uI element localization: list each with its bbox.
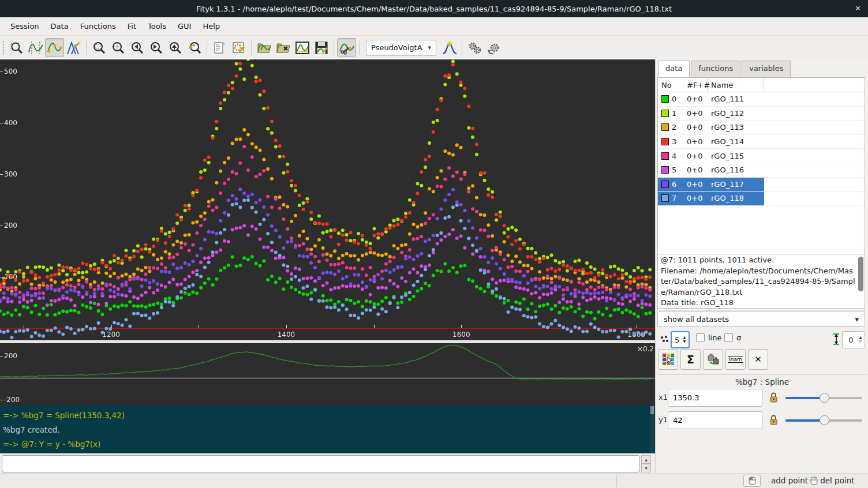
strip-background-button[interactable]	[337, 38, 356, 57]
sum-button[interactable]: Σ	[680, 349, 701, 370]
menu-item-help[interactable]: Help	[197, 19, 226, 33]
spin-down-icon[interactable]: ▼	[680, 340, 689, 344]
add-function-button[interactable]	[440, 38, 459, 57]
baseline-mode-button[interactable]	[45, 38, 64, 57]
param-y1-input[interactable]	[668, 411, 762, 429]
slider-thumb[interactable]	[820, 393, 829, 403]
param-x1-input[interactable]	[668, 389, 762, 407]
dataset-table-header[interactable]: No #F+# Name	[658, 78, 865, 92]
zoom-select-button[interactable]	[108, 38, 128, 57]
quick-plot-button[interactable]	[293, 38, 312, 57]
run-fit-button[interactable]	[465, 38, 484, 57]
function-type-dropdown[interactable]: PseudoVoigtA ▾	[366, 40, 436, 56]
command-input[interactable]	[2, 455, 639, 472]
toolbar: PseudoVoigtA ▾	[0, 36, 868, 59]
mouse-right-icon	[810, 476, 818, 485]
menu-item-gui[interactable]: GUI	[172, 19, 197, 33]
dataset-number: 5	[672, 166, 676, 174]
close-window-icon[interactable]: ✕	[855, 4, 861, 13]
spin-down-icon[interactable]: ▼	[856, 340, 865, 344]
history-up-icon[interactable]: ▲	[641, 455, 651, 464]
lock-icon[interactable]	[769, 415, 778, 426]
output-console[interactable]: =-> %bg7 = Spline(1350.3,42)%bg7 created…	[0, 405, 655, 453]
menu-item-session[interactable]: Session	[5, 19, 45, 33]
dataset-colors-button[interactable]	[658, 349, 678, 370]
dataset-row-rGO_115[interactable]: 40+0rGO_115	[658, 149, 865, 163]
copy-to-dataset-button[interactable]	[703, 349, 723, 370]
dataset-color-swatch[interactable]	[661, 95, 669, 103]
param-x1-slider[interactable]	[785, 397, 862, 399]
dataset-color-swatch[interactable]	[661, 138, 669, 145]
toolbar-grip[interactable]	[1, 40, 5, 55]
history-down-icon[interactable]: ▼	[641, 464, 651, 472]
dataset-row-rGO_117[interactable]: 60+0rGO_117	[658, 178, 865, 192]
zoom-mode-button[interactable]	[7, 38, 26, 57]
param-y1-slider[interactable]	[785, 419, 862, 422]
zoom-all-button[interactable]	[89, 38, 108, 57]
mouse-hint-button[interactable]	[743, 475, 761, 487]
zoom-previous-button[interactable]	[185, 38, 204, 57]
tab-data[interactable]: data	[658, 61, 690, 77]
dataset-info-box[interactable]: @7: 1011 points, 1011 active. Filename: …	[657, 254, 865, 309]
dataset-color-swatch[interactable]	[661, 152, 669, 160]
dataset-row-rGO_118[interactable]: 70+0rGO_118	[658, 192, 865, 206]
dataset-color-swatch[interactable]	[661, 194, 669, 202]
tab-variables[interactable]: variables	[742, 61, 791, 77]
add-peak-mode-button[interactable]	[64, 38, 83, 57]
menu-item-fit[interactable]: Fit	[122, 19, 142, 33]
sigma-checkbox[interactable]: σ	[724, 333, 741, 342]
slider-thumb[interactable]	[820, 415, 829, 425]
column-functions[interactable]: #F+#	[683, 78, 708, 92]
dataset-row-rGO_111[interactable]: 00+0rGO_111	[658, 92, 865, 107]
session-settings-button[interactable]	[229, 38, 248, 57]
zoom-vertical-button[interactable]	[166, 38, 185, 57]
lock-icon[interactable]	[769, 392, 778, 403]
dataset-row-rGO_114[interactable]: 30+0rGO_114	[658, 135, 865, 149]
menu-item-functions[interactable]: Functions	[74, 19, 122, 33]
dataset-number: 2	[672, 123, 676, 132]
dataset-color-swatch[interactable]	[661, 166, 669, 174]
info-scrollbar[interactable]	[858, 257, 863, 291]
menu-item-tools[interactable]: Tools	[142, 19, 172, 33]
data-range-mode-button[interactable]	[26, 38, 45, 57]
titlebar[interactable]: Fityk 1.3.1 - /home/aleplo/test/Document…	[0, 0, 868, 17]
tab-functions[interactable]: functions	[691, 61, 740, 77]
open-data-button[interactable]	[255, 38, 274, 57]
console-scrollbar[interactable]	[650, 406, 654, 453]
dataset-filter-dropdown[interactable]: show all datasets ▾	[657, 311, 865, 327]
dataset-color-swatch[interactable]	[661, 181, 669, 188]
dataset-color-swatch[interactable]	[661, 123, 669, 131]
dataset-row-rGO_112[interactable]: 10+0rGO_112	[658, 107, 865, 121]
line-checkbox-label: line	[708, 333, 721, 342]
dataset-func-count: 0+0	[683, 192, 708, 205]
dataset-number: 1	[672, 109, 676, 118]
window-title: Fityk 1.3.1 - /home/aleplo/test/Document…	[196, 5, 672, 13]
rename-button[interactable]: Inam	[725, 349, 746, 370]
menu-item-data[interactable]: Data	[45, 19, 74, 33]
point-size-spinner[interactable]: 5 ▲▼	[671, 331, 690, 348]
add-point-hint: add point	[771, 476, 808, 485]
line-checkbox[interactable]: line	[696, 333, 721, 342]
delete-dataset-button[interactable]: ✕	[748, 349, 768, 370]
shift-spinner[interactable]: 0 ▲▼	[842, 331, 865, 348]
dataset-row-rGO_116[interactable]: 50+0rGO_116	[658, 163, 865, 178]
main-plot-canvas[interactable]	[0, 59, 655, 340]
zoom-right-button[interactable]	[147, 38, 166, 57]
statusbar: add point del point	[0, 473, 868, 488]
undo-fit-button[interactable]	[484, 38, 503, 57]
edit-script-button[interactable]	[210, 38, 229, 57]
command-history-spinner[interactable]: ▲ ▼	[641, 455, 651, 472]
append-data-button[interactable]	[274, 38, 293, 57]
dataset-row-rGO_113[interactable]: 20+0rGO_113	[658, 121, 865, 135]
zoom-left-button[interactable]	[128, 38, 147, 57]
dataset-color-swatch[interactable]	[661, 110, 669, 117]
column-name[interactable]: Name	[708, 78, 764, 92]
aux-plot-canvas[interactable]	[0, 343, 655, 405]
dataset-func-count: 0+0	[683, 163, 708, 177]
column-no[interactable]: No	[658, 78, 683, 92]
save-session-button[interactable]	[312, 38, 331, 57]
checkbox-box[interactable]	[724, 333, 733, 342]
fityk-window: Fityk 1.3.1 - /home/aleplo/test/Document…	[0, 0, 868, 488]
checkbox-box[interactable]	[696, 333, 705, 342]
dataset-name: rGO_117	[708, 178, 764, 192]
